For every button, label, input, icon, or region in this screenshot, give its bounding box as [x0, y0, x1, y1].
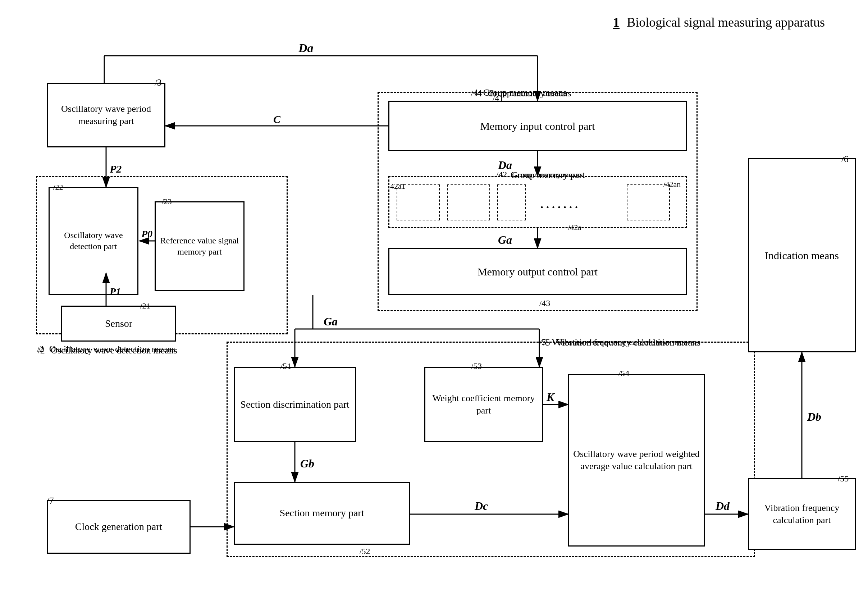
memory-output-control-box: Memory output control part	[388, 248, 687, 295]
title-area: 1 Biological signal measuring apparatus	[613, 14, 825, 30]
ref-43: /43	[539, 298, 550, 308]
vibration-frequency-calc-box: Vibration frequency calculation part	[748, 478, 856, 550]
ref-42a: /42a	[568, 223, 581, 232]
memory-input-control-box: Memory input control part	[388, 101, 687, 151]
title-text: Biological signal measuring apparatus	[627, 15, 825, 30]
ref-52: /52	[360, 546, 370, 556]
svg-text:Da: Da	[298, 41, 313, 55]
title-number: 1	[613, 14, 620, 30]
ref-23: /23	[162, 197, 172, 206]
ref-54: /54	[618, 369, 629, 378]
group-memory-part-box: . . . . . . .	[388, 176, 687, 228]
sensor-box: Sensor	[61, 306, 176, 341]
clock-generation-box: Clock generation part	[47, 500, 191, 554]
svg-text:P2: P2	[109, 163, 121, 175]
reference-value-signal-box: Reference value signal memory part	[155, 202, 245, 291]
oscillatory-wave-period-box: Oscillatory wave period measuring part	[47, 83, 166, 147]
oscillatory-wave-detection-box: Oscillatory wave detection part	[48, 187, 138, 295]
ref-22: /22	[53, 183, 63, 192]
oscillatory-wave-weighted-avg-box: Oscillatory wave period weighted average…	[568, 374, 705, 546]
ref-6: /6	[842, 154, 849, 165]
group-memory-part-label-inline: Group memory part	[511, 170, 585, 180]
indication-means-box: Indication means	[748, 158, 856, 352]
ref-7: /7	[47, 495, 54, 506]
svg-text:Ga: Ga	[324, 315, 338, 328]
ref-4-label: /4 Group memory means	[471, 87, 567, 98]
section-memory-box: Section memory part	[234, 482, 410, 545]
ref-5-label: /5 Vibration frequency calculation means	[539, 337, 696, 348]
ref-53: /53	[471, 361, 482, 371]
ref-21: /21	[140, 301, 150, 311]
ref-55: /55	[838, 474, 849, 484]
ref-51: /51	[281, 361, 291, 371]
ref-3: /3	[155, 77, 162, 88]
svg-text:Db: Db	[807, 410, 821, 423]
section-discrimination-box: Section discrimination part	[234, 367, 356, 442]
svg-text:C: C	[273, 113, 281, 125]
ref-2-label: /2 Oscillatory wave detection means	[37, 344, 175, 355]
ref-42an: /42an	[663, 180, 680, 189]
weight-coefficient-box: Weight coefficient memory part	[424, 367, 543, 442]
ref-42a1: 42a1	[390, 181, 406, 191]
